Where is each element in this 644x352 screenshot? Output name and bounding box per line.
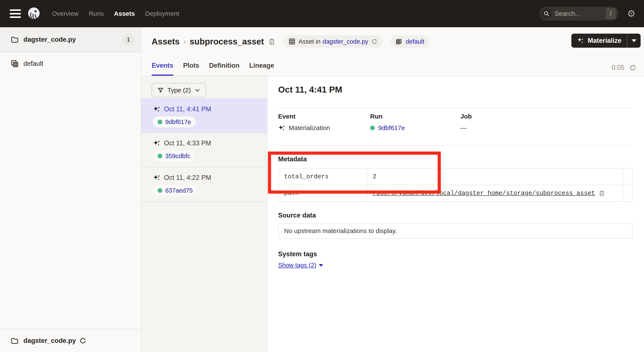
event-list: Oct 11, 4:41 PM 9dbf617e Oct 11, 4:33 PM… bbox=[141, 98, 267, 202]
refresh-countdown: 0:05 bbox=[612, 64, 624, 71]
table-spacer-cell bbox=[623, 169, 632, 185]
breadcrumb-assets-link[interactable]: Assets bbox=[152, 37, 180, 46]
hamburger-menu-icon[interactable] bbox=[10, 9, 21, 18]
sidebar-item-label: default bbox=[24, 60, 43, 67]
nav-item-overview[interactable]: Overview bbox=[52, 10, 78, 17]
event-type-value: Materialization bbox=[278, 124, 330, 131]
event-column-label: Event bbox=[278, 113, 296, 120]
metadata-value-text: 2 bbox=[373, 173, 376, 180]
show-tags-toggle[interactable]: Show tags (2) bbox=[278, 262, 323, 269]
caret-down-icon bbox=[319, 264, 323, 267]
primary-nav: Overview Runs Assets Deployment bbox=[52, 10, 179, 17]
asset-definition-tag[interactable]: Asset in dagster_code.py bbox=[283, 35, 383, 48]
divider bbox=[278, 108, 632, 108]
run-id-link[interactable]: 359cdbfc bbox=[165, 153, 190, 160]
show-tags-label: Show tags (2) bbox=[278, 262, 316, 269]
tab-lineage[interactable]: Lineage bbox=[249, 62, 274, 76]
materialization-sparkle-icon bbox=[153, 174, 160, 182]
sidebar-item-default-group[interactable]: default bbox=[0, 55, 141, 72]
metadata-heading: Metadata bbox=[278, 155, 307, 163]
run-status-dot bbox=[370, 126, 375, 130]
table-row: total_orders 2 bbox=[278, 169, 632, 185]
materialize-dropdown-button[interactable] bbox=[627, 34, 640, 48]
source-data-empty-text: No upstream materializations to display. bbox=[284, 227, 397, 235]
materialize-button-group: Materialize bbox=[572, 34, 640, 48]
run-status-dot bbox=[158, 120, 162, 124]
events-list-panel: Type (2) Oct 11, 4:41 PM 9dbf617e bbox=[141, 76, 268, 352]
event-timestamp: Oct 11, 4:22 PM bbox=[164, 174, 211, 182]
nav-item-assets[interactable]: Assets bbox=[114, 10, 135, 17]
run-id-link[interactable]: 9dbf617e bbox=[165, 118, 191, 126]
breadcrumb: Assets › subprocess_asset Asset in dagst… bbox=[152, 32, 640, 51]
system-tags-heading: System tags bbox=[278, 250, 317, 258]
run-tag[interactable]: 637aed75 bbox=[153, 185, 198, 196]
tab-events[interactable]: Events bbox=[152, 62, 173, 76]
refresh-icon[interactable] bbox=[629, 64, 637, 71]
event-detail-pane: Oct 11, 4:41 PM Event Run Job Materializ… bbox=[268, 76, 644, 352]
job-value: — bbox=[460, 124, 467, 131]
materialize-label: Materialize bbox=[588, 37, 622, 44]
asset-group-link[interactable]: default bbox=[406, 38, 424, 45]
layered-grid-icon bbox=[396, 38, 403, 45]
materialize-button[interactable]: Materialize bbox=[572, 34, 627, 48]
page-title: subprocess_asset bbox=[190, 37, 264, 46]
metadata-table: total_orders 2 path /Users/yuhan/dev/loc… bbox=[278, 168, 632, 202]
metadata-path-link[interactable]: /Users/yuhan/dev/local/dagster_home/stor… bbox=[373, 190, 595, 197]
sidebar-code-location-footer[interactable]: dagster_code.py bbox=[0, 329, 141, 352]
reload-icon[interactable] bbox=[79, 337, 86, 344]
auto-refresh-indicator: 0:05 bbox=[612, 64, 637, 71]
search-shortcut-key: / bbox=[606, 8, 616, 19]
run-id-link[interactable]: 637aed75 bbox=[165, 187, 193, 194]
event-type-text: Materialization bbox=[289, 124, 330, 131]
run-column-label: Run bbox=[370, 113, 382, 120]
event-row[interactable]: Oct 11, 4:33 PM 359cdbfc bbox=[141, 133, 267, 167]
asset-count-badge: 1 bbox=[122, 34, 134, 45]
asset-grid-icon bbox=[288, 38, 296, 45]
event-row[interactable]: Oct 11, 4:41 PM 9dbf617e bbox=[141, 98, 267, 133]
table-spacer-cell bbox=[623, 185, 632, 201]
tab-definition[interactable]: Definition bbox=[209, 62, 239, 76]
breadcrumb-separator: › bbox=[183, 37, 186, 46]
table-row: path /Users/yuhan/dev/local/dagster_home… bbox=[278, 185, 632, 202]
metadata-key: path bbox=[278, 185, 367, 201]
event-row[interactable]: Oct 11, 4:22 PM 637aed75 bbox=[141, 167, 267, 202]
materialization-sparkle-icon bbox=[153, 139, 160, 147]
type-filter-button[interactable]: Type (2) bbox=[152, 83, 206, 97]
sidebar-item-label: dagster_code.py bbox=[24, 36, 76, 43]
search-input[interactable] bbox=[552, 10, 606, 17]
dagster-logo-icon[interactable] bbox=[27, 6, 41, 21]
run-value: 9dbf617e bbox=[370, 124, 405, 131]
sidebar-footer-label: dagster_code.py bbox=[24, 337, 76, 345]
nav-item-runs[interactable]: Runs bbox=[89, 10, 104, 17]
chevron-down-icon bbox=[632, 39, 636, 42]
sidebar-item-code-location[interactable]: dagster_code.py 1 bbox=[0, 27, 141, 52]
source-data-empty-state: No upstream materializations to display. bbox=[278, 223, 632, 239]
top-nav: Overview Runs Assets Deployment / ⚙ bbox=[0, 0, 644, 27]
asset-tabs: Events Plots Definition Lineage bbox=[152, 62, 274, 76]
reload-icon[interactable] bbox=[371, 38, 378, 45]
divider bbox=[278, 145, 632, 146]
tab-plots[interactable]: Plots bbox=[183, 62, 199, 76]
materialization-sparkle-icon bbox=[278, 124, 285, 131]
run-id-link[interactable]: 9dbf617e bbox=[378, 124, 405, 131]
folder-icon bbox=[11, 35, 19, 44]
job-column-label: Job bbox=[460, 113, 472, 120]
search-box[interactable]: / bbox=[540, 7, 619, 20]
event-detail-title: Oct 11, 4:41 PM bbox=[278, 85, 342, 95]
run-tag[interactable]: 359cdbfc bbox=[153, 150, 195, 162]
materialization-sparkle-icon bbox=[153, 105, 160, 113]
chevron-down-icon bbox=[194, 87, 200, 93]
code-location-link[interactable]: dagster_code.py bbox=[323, 38, 368, 45]
copy-asset-name-icon[interactable] bbox=[268, 38, 276, 45]
asset-group-icon bbox=[11, 60, 19, 68]
folder-icon bbox=[11, 337, 19, 345]
event-timestamp: Oct 11, 4:41 PM bbox=[164, 105, 211, 113]
run-tag[interactable]: 9dbf617e bbox=[153, 116, 196, 127]
metadata-key: total_orders bbox=[278, 169, 367, 185]
settings-gear-icon[interactable]: ⚙ bbox=[627, 9, 636, 18]
asset-group-tag[interactable]: default bbox=[390, 35, 429, 48]
search-icon bbox=[541, 8, 552, 19]
nav-item-deployment[interactable]: Deployment bbox=[145, 10, 179, 17]
copy-path-icon[interactable] bbox=[598, 190, 605, 197]
run-status-dot bbox=[158, 154, 162, 158]
